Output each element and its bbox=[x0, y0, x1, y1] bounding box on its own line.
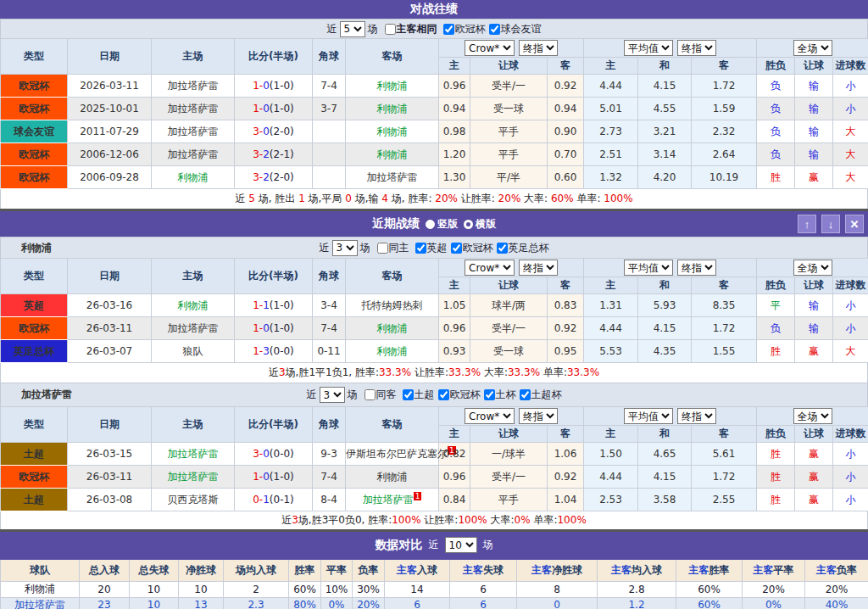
same-home-checkbox-label[interactable]: 同主 bbox=[377, 241, 409, 255]
comp-filter-checkbox-label[interactable]: 土超 bbox=[403, 388, 435, 402]
home-team-cell: 加拉塔萨雷 bbox=[152, 466, 235, 489]
away-odds-cell: 0.92 bbox=[548, 75, 584, 98]
comp-filter-checkbox-label[interactable]: 欧冠杯 bbox=[451, 241, 493, 255]
h2h-filter-row: 近 5 场 主客相同 欧冠杯球会友谊 bbox=[0, 19, 868, 38]
col-header-odds-home: 主 bbox=[439, 426, 470, 443]
same-venue-checkbox-label[interactable]: 主客相同 bbox=[385, 22, 437, 36]
avg-stage-select[interactable]: 终指 bbox=[677, 260, 716, 276]
horizontal-radio[interactable]: 横版 bbox=[464, 217, 496, 232]
odds-stage-select[interactable]: 终指 bbox=[519, 40, 558, 56]
col-header-date: 日期 bbox=[68, 39, 152, 75]
close-button[interactable]: ✕ bbox=[845, 215, 864, 233]
compare-cell: 20% bbox=[805, 581, 868, 597]
same-home-checkbox[interactable] bbox=[377, 243, 388, 254]
home-odds-cell: 1.05 bbox=[439, 294, 470, 317]
match-row: 欧冠杯 2026-03-11 加拉塔萨雷 1-0(1-0) 7-4 利物浦 0.… bbox=[1, 75, 868, 98]
same-venue-checkbox[interactable] bbox=[385, 24, 396, 35]
comp-filter-checkbox[interactable] bbox=[451, 243, 462, 254]
avg-stage-select[interactable]: 终指 bbox=[677, 40, 716, 56]
score-cell: 3-2(2-1) bbox=[235, 143, 313, 166]
avg-away-cell: 5.61 bbox=[692, 443, 757, 466]
comp-badge-cell: 欧冠杯 bbox=[1, 317, 68, 340]
compare-table: 球队总入球总失球净胜球场均入球胜率平率负率主客入球主客失球主客净胜球主客均入球主… bbox=[0, 558, 868, 609]
compare-cell: 0% bbox=[321, 597, 353, 609]
scope-select[interactable]: 全场 bbox=[793, 40, 832, 56]
move-down-button[interactable]: ↓ bbox=[821, 215, 840, 233]
comp-filter-checkbox-label[interactable]: 英足总杯 bbox=[497, 241, 549, 255]
odds-stage-select[interactable]: 终指 bbox=[519, 260, 558, 276]
away-team-name: 利物浦 bbox=[377, 103, 408, 115]
home-team-name: 加拉塔萨雷 bbox=[168, 322, 219, 334]
vertical-radio[interactable]: 竖版 bbox=[426, 217, 458, 232]
compare-cell: 60% bbox=[676, 597, 743, 609]
away-odds-cell: 0.92 bbox=[548, 317, 584, 340]
scope-cell: 全场 bbox=[757, 259, 868, 277]
avg-select[interactable]: 平均值 bbox=[624, 260, 673, 276]
comp-filter-checkbox[interactable] bbox=[403, 389, 414, 400]
comp-filter-checkbox[interactable] bbox=[415, 243, 426, 254]
odds-provider-select[interactable]: Crow* bbox=[465, 40, 515, 56]
odds-provider-select[interactable]: Crow* bbox=[465, 260, 515, 276]
compare-col-header: 总入球 bbox=[80, 559, 130, 581]
avg-select[interactable]: 平均值 bbox=[624, 408, 673, 424]
col-header-avg-home: 主 bbox=[584, 277, 638, 294]
away-team-cell: 加拉塔萨雷 bbox=[346, 166, 439, 189]
comp-filter-checkbox-label[interactable]: 欧冠杯 bbox=[443, 22, 486, 36]
comp-filter-checkbox-label[interactable]: 土超杯 bbox=[520, 388, 562, 402]
col-header-result-handicap: 让球 bbox=[795, 277, 833, 294]
corner-cell bbox=[313, 120, 346, 143]
comp-filter-checkbox-label[interactable]: 英超 bbox=[415, 241, 448, 255]
score-cell: 1-0(1-0) bbox=[235, 317, 313, 340]
avg-draw-cell: 5.93 bbox=[638, 294, 692, 317]
comp-badge-cell: 英足总杯 bbox=[1, 340, 68, 363]
scope-select[interactable]: 全场 bbox=[793, 260, 832, 276]
same-away-checkbox[interactable] bbox=[364, 389, 376, 400]
scope-select[interactable]: 全场 bbox=[793, 408, 832, 424]
avg-draw-cell: 4.15 bbox=[638, 466, 692, 489]
result-handicap-cell: 输 bbox=[795, 75, 833, 98]
handicap-cell: 一/球半 bbox=[470, 443, 548, 466]
comp-filter-checkbox[interactable] bbox=[443, 24, 454, 35]
near-label: 近 bbox=[307, 388, 317, 402]
compare-cell: 0% bbox=[743, 597, 805, 609]
avg-select[interactable]: 平均值 bbox=[624, 40, 673, 56]
compare-cell: 14 bbox=[385, 581, 450, 597]
comp-filter-checkbox[interactable] bbox=[484, 389, 495, 400]
home-team-cell: 利物浦 bbox=[152, 166, 235, 189]
move-up-button[interactable]: ↑ bbox=[798, 215, 816, 233]
comp-filter-checkbox[interactable] bbox=[438, 389, 449, 400]
away-team-name: 利物浦 bbox=[377, 345, 408, 357]
compare-cell: 80% bbox=[289, 597, 321, 609]
result-handicap-cell: 赢 bbox=[795, 466, 833, 489]
galatasaray-games-select[interactable]: 3 bbox=[320, 387, 345, 403]
col-header-home: 主场 bbox=[152, 259, 235, 294]
comp-filter-checkbox[interactable] bbox=[520, 389, 531, 400]
compare-games-select[interactable]: 10 bbox=[445, 537, 477, 553]
avg-draw-cell: 4.15 bbox=[638, 75, 692, 98]
liverpool-games-select[interactable]: 3 bbox=[332, 240, 358, 256]
avg-draw-cell: 3.21 bbox=[638, 120, 692, 143]
away-team-name: 托特纳姆热刺 bbox=[362, 299, 423, 311]
col-header-avg-home: 主 bbox=[584, 58, 638, 75]
handicap-cell: 平手 bbox=[470, 489, 548, 511]
same-away-checkbox-label[interactable]: 同客 bbox=[364, 388, 397, 402]
corner-cell: 3-4 bbox=[313, 294, 346, 317]
comp-filter-checkbox-label[interactable]: 球会友谊 bbox=[489, 22, 542, 36]
h2h-games-select[interactable]: 5 bbox=[340, 21, 365, 37]
result-goals-cell: 小 bbox=[833, 294, 868, 317]
h2h-section-header: 对战往绩 bbox=[0, 0, 868, 19]
away-odds-cell: 0.60 bbox=[548, 166, 584, 189]
col-header-type: 类型 bbox=[1, 259, 68, 294]
result-goals-cell: 大 bbox=[833, 120, 868, 143]
comp-badge-cell: 球会友谊 bbox=[1, 120, 68, 143]
comp-filter-checkbox-label[interactable]: 土杯 bbox=[484, 388, 516, 402]
comp-filter-checkbox-label[interactable]: 欧冠杯 bbox=[438, 388, 481, 402]
comp-filter-checkbox[interactable] bbox=[489, 24, 500, 35]
avg-stage-select[interactable]: 终指 bbox=[677, 408, 716, 424]
odds-provider-select[interactable]: Crow* bbox=[465, 408, 515, 424]
odds-stage-select[interactable]: 终指 bbox=[519, 408, 558, 424]
comp-filter-checkbox[interactable] bbox=[497, 243, 508, 254]
home-odds-cell: 1.20 bbox=[439, 143, 470, 166]
compare-title: 数据对比 bbox=[376, 538, 423, 553]
away-team-cell: 托特纳姆热刺 bbox=[346, 294, 439, 317]
